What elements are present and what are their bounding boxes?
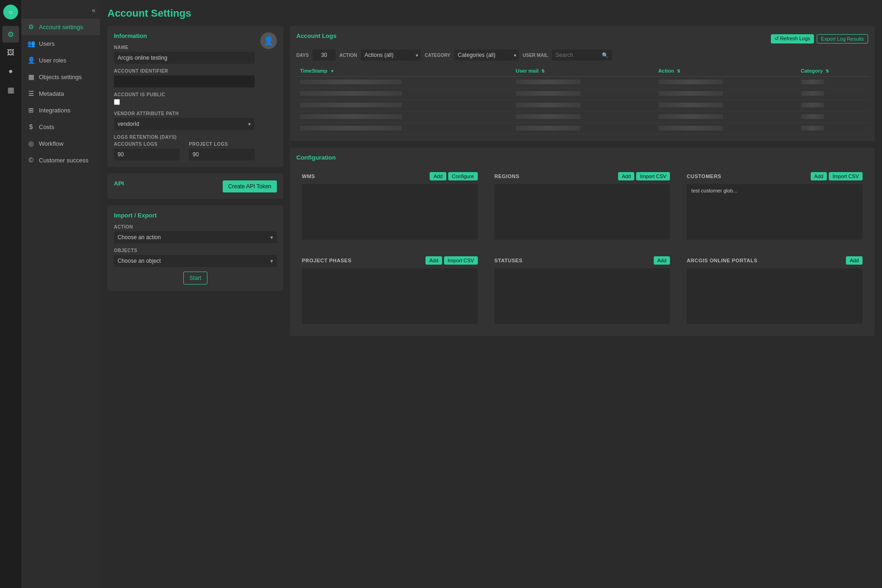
user-mail-header[interactable]: User mail ⇅ — [512, 65, 655, 77]
table-row — [296, 123, 868, 135]
regions-add-button[interactable]: Add — [618, 172, 635, 180]
integrations-icon: ⊞ — [27, 106, 35, 114]
create-api-token-button[interactable]: Create API Token — [223, 180, 277, 192]
name-label: NAME — [114, 45, 255, 50]
account-public-label: ACCOUNT IS PUBLIC — [114, 92, 255, 97]
sidebar-item-label-account-settings: Account settings — [39, 24, 83, 31]
sidebar-item-account-settings[interactable]: ⚙ Account settings — [21, 19, 100, 35]
action-header[interactable]: Action ⇅ — [655, 65, 797, 77]
config-card-regions: REGIONSAddImport CSV — [489, 167, 676, 245]
days-input[interactable] — [313, 50, 336, 61]
arcgis-online-portals-add-button[interactable]: Add — [846, 256, 863, 265]
project-phases-import-csv-button[interactable]: Import CSV — [444, 256, 478, 265]
config-card-body-statuses — [494, 268, 670, 324]
refresh-logs-button[interactable]: ↺ Refresh Logs — [771, 34, 814, 43]
config-card-wms: WMSAddConfigure — [296, 167, 483, 245]
accounts-logs-input[interactable] — [114, 149, 180, 161]
users-icon: 👥 — [27, 40, 35, 47]
sidebar-item-integrations[interactable]: ⊞ Integrations — [21, 102, 100, 118]
sidebar-item-label-user-roles: User roles — [39, 57, 66, 64]
sidebar: « ⚙ Account settings 👥 Users 👤 User role… — [21, 0, 100, 588]
config-card-body-regions — [494, 184, 670, 240]
name-input[interactable] — [114, 52, 255, 64]
actions-select[interactable]: Actions (all) Create Update Delete — [361, 50, 421, 61]
refresh-icon: ↺ — [775, 36, 779, 41]
config-card-header-regions: REGIONSAddImport CSV — [494, 172, 670, 180]
category-cell — [801, 103, 824, 107]
timestamp-cell — [300, 114, 402, 119]
config-card-title-customers: CUSTOMERS — [687, 173, 721, 179]
user_mail-cell — [516, 91, 581, 96]
project-logs-input[interactable] — [189, 149, 255, 161]
search-wrap: 🔍 — [552, 50, 612, 61]
content-grid: Information NAME ACCOUNT IDENTIFIER ACCO… — [107, 26, 875, 342]
category-sort-icon: ⇅ — [826, 69, 829, 74]
import-export-title: Import / Export — [114, 212, 277, 219]
project-phases-add-button[interactable]: Add — [425, 256, 442, 265]
objects-select-wrapper: Choose an object — [114, 255, 277, 267]
vendor-attribute-select[interactable]: vendorId — [114, 118, 255, 130]
collapse-button[interactable]: « — [92, 6, 95, 14]
action-cell — [658, 126, 723, 130]
categories-select[interactable]: Categories (all) Account User Project — [454, 50, 519, 61]
config-card-customers: CUSTOMERSAddImport CSVtest customer glob… — [681, 167, 868, 245]
customers-import-csv-button[interactable]: Import CSV — [829, 172, 863, 180]
logs-header-row: Account Logs ↺ Refresh Logs Export Log R… — [296, 32, 868, 45]
objects-select[interactable]: Choose an object — [114, 255, 277, 267]
account-settings-icon: ⚙ — [27, 23, 35, 31]
search-icon: 🔍 — [602, 52, 608, 58]
config-card-btns-wms: AddConfigure — [430, 172, 477, 180]
config-card-title-project-phases: PROJECT PHASES — [302, 258, 351, 263]
objects-settings-icon: ▦ — [27, 73, 35, 80]
regions-import-csv-button[interactable]: Import CSV — [636, 172, 670, 180]
strip-icon-grid[interactable]: ▦ — [2, 81, 19, 98]
statuses-add-button[interactable]: Add — [654, 256, 670, 265]
export-log-results-button[interactable]: Export Log Results — [817, 34, 868, 43]
config-item[interactable]: test customer glob... — [689, 187, 860, 194]
start-button[interactable]: Start — [183, 272, 207, 285]
logs-retention-row: ACCOUNTS LOGS PROJECT LOGS — [114, 142, 255, 161]
user_mail-cell — [516, 114, 581, 119]
user_mail-cell — [516, 126, 581, 130]
action-col-label: ACTION — [339, 53, 357, 58]
sidebar-item-costs[interactable]: $ Costs — [21, 118, 100, 135]
logs-controls: DAYS ACTION Actions (all) Create Update … — [296, 50, 868, 61]
strip-icon-circle[interactable]: ● — [2, 63, 19, 80]
sidebar-item-metadata[interactable]: ☰ Metadata — [21, 85, 100, 102]
wms-configure-button[interactable]: Configure — [448, 172, 478, 180]
logs-retention-label: LOGS RETENTION (DAYS) — [114, 135, 255, 140]
config-card-statuses: STATUSESAdd — [489, 251, 676, 329]
category-cell — [801, 91, 824, 96]
configuration-title: Configuration — [296, 154, 868, 161]
config-card-project-phases: PROJECT PHASESAddImport CSV — [296, 251, 483, 329]
config-card-btns-project-phases: AddImport CSV — [425, 256, 477, 265]
config-card-title-statuses: STATUSES — [494, 258, 523, 263]
action-cell — [658, 91, 723, 96]
action-select[interactable]: Choose an action — [114, 231, 277, 243]
strip-icon-image[interactable]: 🖼 — [2, 44, 19, 61]
customers-add-button[interactable]: Add — [811, 172, 827, 180]
config-card-arcgis-online-portals: ARCGIS ONLINE PORTALSAdd — [681, 251, 868, 329]
strip-icon-settings[interactable]: ⚙ — [2, 26, 19, 43]
account-identifier-input[interactable] — [114, 75, 255, 87]
timestamp-header[interactable]: TimeStamp ▼ — [296, 65, 512, 77]
config-card-btns-arcgis-online-portals: Add — [846, 256, 863, 265]
sidebar-item-users[interactable]: 👥 Users — [21, 35, 100, 52]
sidebar-item-objects-settings[interactable]: ▦ Objects settings — [21, 68, 100, 85]
category-col-label: CATEGORY — [425, 53, 450, 58]
left-column: Information NAME ACCOUNT IDENTIFIER ACCO… — [107, 26, 283, 342]
accounts-logs-label: ACCOUNTS LOGS — [114, 142, 180, 147]
sidebar-item-workflow[interactable]: ◎ Workflow — [21, 135, 100, 152]
sidebar-item-user-roles[interactable]: 👤 User roles — [21, 52, 100, 68]
config-card-title-wms: WMS — [302, 173, 315, 179]
project-logs-item: PROJECT LOGS — [189, 142, 255, 161]
config-card-btns-customers: AddImport CSV — [811, 172, 863, 180]
sidebar-item-customer-success[interactable]: © Customer success — [21, 152, 100, 168]
category-header[interactable]: Category ⇅ — [797, 65, 868, 77]
account-public-checkbox[interactable] — [114, 99, 120, 105]
configuration-panel: Configuration WMSAddConfigureREGIONSAddI… — [290, 148, 875, 336]
config-card-btns-statuses: Add — [654, 256, 670, 265]
config-card-body-customers: test customer glob... — [687, 184, 863, 240]
config-card-title-regions: REGIONS — [494, 173, 519, 179]
wms-add-button[interactable]: Add — [430, 172, 446, 180]
